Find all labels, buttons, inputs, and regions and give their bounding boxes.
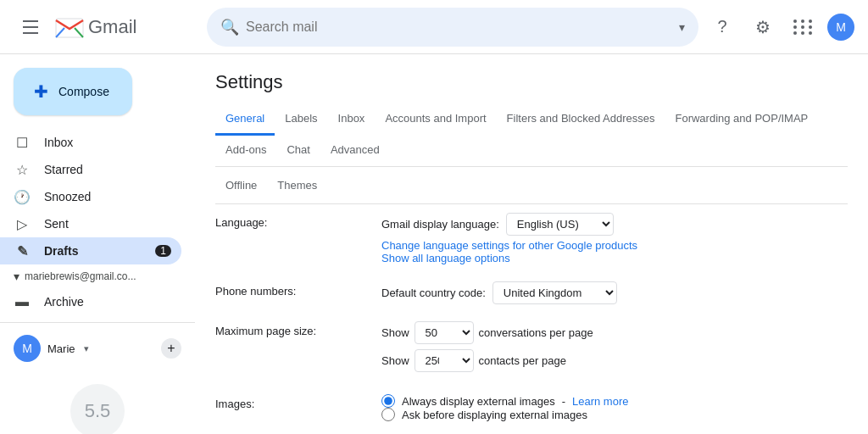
change-language-link[interactable]: Change language settings for other Googl… — [381, 239, 637, 252]
contacts-per-page-select[interactable]: 250 — [415, 349, 474, 372]
compose-label: Compose — [58, 85, 109, 98]
gmail-label: Gmail — [88, 16, 136, 38]
sidebar-item-label: Archive — [44, 295, 171, 309]
user-avatar[interactable]: M — [827, 14, 854, 41]
conversations-per-page-select[interactable]: 50 — [415, 321, 474, 344]
language-row: Language: Gmail display language: Englis… — [215, 204, 848, 273]
sidebar-item-label: Starred — [44, 163, 171, 176]
account-name: Marie — [47, 342, 75, 355]
archive-icon: ▬ — [14, 294, 31, 309]
account-icon: ▾ — [14, 270, 19, 283]
inbox-icon: ☐ — [14, 135, 31, 151]
subtab-offline[interactable]: Offline — [215, 174, 267, 197]
tab-addons[interactable]: Add-ons — [215, 135, 276, 167]
page-size-label: Maximum page size: — [215, 321, 368, 337]
drafts-icon: ✎ — [14, 243, 31, 259]
topbar-right: ? ⚙ M — [705, 10, 854, 44]
account-row[interactable]: M Marie ▾ + — [0, 330, 195, 367]
language-label: Language: — [215, 213, 368, 229]
tab-labels[interactable]: Labels — [275, 103, 327, 136]
page-title: Settings — [215, 54, 848, 103]
tab-advanced[interactable]: Advanced — [320, 135, 390, 167]
page-size-value: Show 50 conversations per page Show 250 … — [381, 321, 848, 377]
undo-send-row: Undo Send: Send cancellation period: 5 s… — [215, 430, 848, 434]
topbar-left: Gmail — [14, 10, 200, 44]
country-code-select[interactable]: United Kingdom — [492, 281, 617, 304]
contacts-prefix: Show — [381, 354, 409, 367]
topbar: Gmail 🔍 ▾ ? ⚙ M — [0, 0, 868, 54]
images-always-option[interactable]: Always display external images - Learn m… — [381, 394, 848, 408]
images-ask-option[interactable]: Ask before displaying external images — [381, 408, 848, 421]
star-icon: ☆ — [14, 162, 31, 178]
images-ask-label: Ask before displaying external images — [402, 409, 587, 421]
account-avatar: M — [14, 335, 41, 362]
tab-forwarding[interactable]: Forwarding and POP/IMAP — [665, 103, 818, 136]
contacts-suffix: contacts per page — [479, 354, 566, 367]
tab-filters[interactable]: Filters and Blocked Addresses — [497, 103, 665, 136]
sidebar-item-starred[interactable]: ☆ Starred — [0, 156, 181, 183]
images-ask-radio[interactable] — [381, 408, 395, 421]
phone-value: Default country code: United Kingdom — [381, 281, 848, 304]
sidebar-item-snoozed[interactable]: 🕐 Snoozed — [0, 183, 181, 210]
learn-more-link[interactable]: Learn more — [572, 395, 628, 408]
search-icon: 🔍 — [220, 18, 239, 36]
sidebar-item-drafts[interactable]: ✎ Drafts 1 — [0, 237, 181, 264]
language-value: Gmail display language: English (US) Cha… — [381, 213, 848, 264]
sidebar-item-label: Inbox — [44, 136, 171, 149]
sidebar-item-label: Snoozed — [44, 190, 171, 203]
sidebar-item-inbox[interactable]: ☐ Inbox — [0, 129, 181, 156]
images-always-label: Always display external images — [402, 395, 555, 408]
compose-button[interactable]: ✚ Compose — [14, 68, 132, 115]
search-input[interactable] — [246, 19, 672, 35]
sidebar-item-archive[interactable]: ▬ Archive — [0, 288, 181, 315]
sidebar-item-sent[interactable]: ▷ Sent — [0, 210, 181, 237]
menu-button[interactable] — [14, 10, 47, 44]
search-bar[interactable]: 🔍 ▾ — [207, 8, 698, 47]
phone-row: Phone numbers: Default country code: Uni… — [215, 273, 848, 313]
clock-icon: 🕐 — [14, 189, 31, 205]
images-row: Images: Always display external images -… — [215, 386, 848, 430]
tab-accounts[interactable]: Accounts and Import — [375, 103, 496, 136]
settings-subtabs: Offline Themes — [215, 167, 848, 204]
decorative-badge: 5.5 — [70, 384, 125, 434]
sidebar-item-label: Sent — [44, 217, 171, 231]
apps-grid-icon — [793, 19, 814, 35]
sidebar: ✚ Compose ☐ Inbox ☆ Starred 🕐 Snoozed ▷ … — [0, 54, 195, 434]
add-account-button[interactable]: + — [161, 338, 181, 359]
sidebar-item-label: Drafts — [44, 244, 142, 258]
drafts-badge: 1 — [155, 245, 171, 257]
sent-icon: ▷ — [14, 216, 31, 232]
tab-inbox[interactable]: Inbox — [328, 103, 376, 136]
sidebar-divider — [0, 322, 195, 323]
phone-display-label: Default country code: — [381, 287, 486, 299]
apps-icon[interactable] — [787, 10, 821, 44]
compose-plus-icon: ✚ — [34, 81, 48, 102]
language-display-label: Gmail display language: — [381, 218, 499, 231]
language-select[interactable]: English (US) — [506, 213, 614, 236]
account-dropdown-icon: ▾ — [84, 343, 89, 354]
page-size-row: Maximum page size: Show 50 conversations… — [215, 313, 848, 386]
gmail-logo-svg — [54, 12, 85, 42]
tab-general[interactable]: General — [215, 103, 275, 136]
search-dropdown-icon[interactable]: ▾ — [679, 20, 685, 34]
hamburger-icon — [23, 20, 38, 34]
tab-chat[interactable]: Chat — [276, 135, 320, 167]
conversations-prefix: Show — [381, 326, 409, 339]
settings-icon[interactable]: ⚙ — [746, 10, 780, 44]
subtab-themes[interactable]: Themes — [267, 174, 327, 197]
account-email: mariebrewis@gmail.co... — [25, 270, 136, 282]
help-icon[interactable]: ? — [705, 10, 739, 44]
settings-content: Settings General Labels Inbox Accounts a… — [195, 54, 868, 434]
show-language-link[interactable]: Show all language options — [381, 252, 510, 264]
sidebar-item-account-email[interactable]: ▾ mariebrewis@gmail.co... — [0, 264, 195, 288]
phone-label: Phone numbers: — [215, 281, 368, 298]
images-value: Always display external images - Learn m… — [381, 394, 848, 421]
main-layout: ✚ Compose ☐ Inbox ☆ Starred 🕐 Snoozed ▷ … — [0, 54, 868, 434]
images-always-radio[interactable] — [381, 394, 395, 408]
conversations-suffix: conversations per page — [479, 326, 593, 339]
gmail-logo: Gmail — [54, 12, 136, 42]
settings-tabs: General Labels Inbox Accounts and Import… — [215, 103, 848, 167]
images-label: Images: — [215, 394, 368, 410]
